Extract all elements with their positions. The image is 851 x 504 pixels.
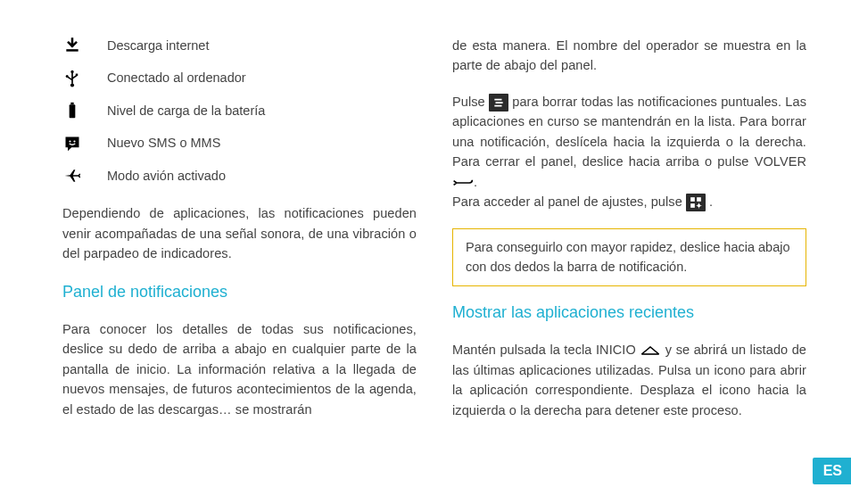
two-column-layout: Descarga internet Conectado al ordenador… — [62, 36, 806, 436]
heading-recent-apps: Mostrar las aplicaciones recientes — [452, 301, 806, 326]
download-icon — [62, 36, 82, 55]
clear-notifications-icon — [489, 94, 508, 112]
svg-rect-0 — [66, 49, 78, 51]
icon-label: Descarga internet — [107, 36, 209, 55]
settings-panel-icon — [686, 194, 706, 211]
text: Mantén pulsada la tecla INICIO — [452, 343, 640, 357]
svg-point-13 — [698, 204, 701, 208]
svg-rect-5 — [76, 73, 78, 76]
icon-label: Nuevo SMS o MMS — [107, 133, 220, 153]
svg-point-9 — [73, 140, 75, 142]
text: . — [474, 175, 477, 189]
paragraph: Mantén pulsada la tecla INICIO y se abri… — [452, 340, 806, 420]
tip-text: Para conseguirlo con mayor rapidez, desl… — [466, 240, 790, 274]
svg-point-3 — [70, 83, 74, 87]
list-item: Modo avión activado — [62, 166, 417, 186]
heading-notification-panel: Panel de notificaciones — [62, 280, 417, 305]
paragraph: Dependiendo de aplicaciones, las notific… — [62, 203, 417, 263]
battery-icon — [62, 101, 82, 120]
paragraph: de esta manera. El nombre del operador s… — [452, 36, 806, 76]
text: . — [706, 194, 713, 209]
back-icon — [452, 175, 474, 191]
svg-point-17 — [700, 205, 701, 206]
column-right: de esta manera. El nombre del operador s… — [452, 36, 806, 436]
home-icon — [640, 343, 661, 359]
text: Pulse — [452, 95, 489, 109]
text: Para acceder al panel de ajustes, pulse — [452, 194, 686, 209]
tip-box: Para conseguirlo con mayor rapidez, desl… — [452, 228, 806, 287]
list-item: Nivel de carga de la batería — [62, 101, 417, 120]
paragraph: Pulse para borrar todas las notificacion… — [452, 92, 806, 212]
svg-rect-11 — [697, 198, 701, 202]
icon-label: Modo avión activado — [107, 166, 226, 186]
status-icon-list: Descarga internet Conectado al ordenador… — [62, 36, 417, 186]
svg-rect-10 — [690, 198, 695, 202]
icon-label: Nivel de carga de la batería — [107, 101, 265, 120]
airplane-icon — [62, 166, 82, 186]
list-item: Conectado al ordenador — [62, 68, 417, 87]
svg-rect-7 — [70, 103, 73, 105]
svg-point-15 — [698, 208, 699, 209]
usb-icon — [62, 69, 82, 88]
icon-label: Conectado al ordenador — [107, 68, 246, 87]
paragraph: Para conocer los detalles de todas sus n… — [62, 319, 417, 419]
svg-rect-12 — [690, 204, 695, 209]
svg-point-8 — [69, 140, 70, 142]
svg-point-14 — [698, 203, 699, 204]
list-item: Nuevo SMS o MMS — [62, 133, 417, 153]
list-item: Descarga internet — [62, 36, 417, 55]
svg-point-16 — [697, 205, 698, 206]
sms-icon — [62, 134, 82, 153]
svg-rect-6 — [70, 105, 76, 119]
language-tab: ES — [813, 458, 851, 484]
svg-point-4 — [66, 75, 69, 78]
column-left: Descarga internet Conectado al ordenador… — [62, 36, 417, 436]
